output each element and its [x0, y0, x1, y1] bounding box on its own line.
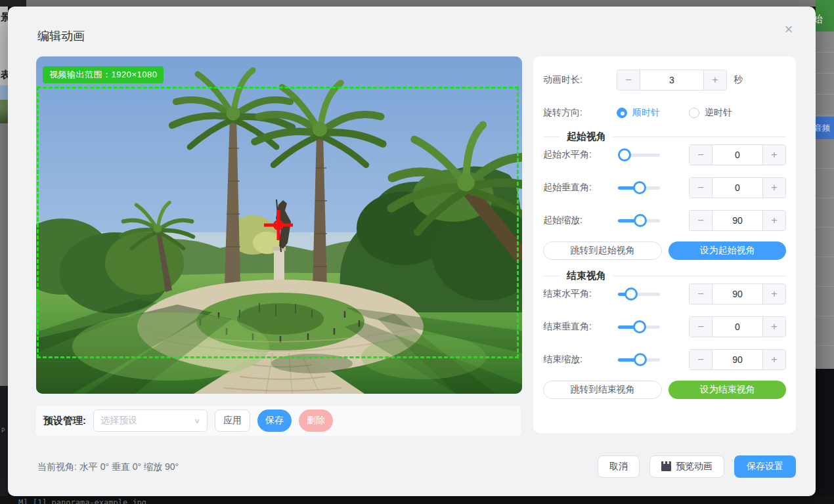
background-left-panel	[0, 123, 8, 386]
radio-clockwise-label: 顺时针	[632, 107, 660, 119]
delete-preset-button[interactable]: 删除	[299, 410, 333, 432]
edit-animation-dialog: 编辑动画 ×	[8, 7, 816, 496]
end-zoom-stepper: − 90 +	[689, 349, 786, 370]
jump-to-end-view-button[interactable]: 跳转到结束视角	[543, 381, 662, 399]
screen: 景 表 P 始 音频 M] [1] panorama-example.jpg 编…	[0, 0, 834, 504]
start-horizontal-value[interactable]: 0	[713, 145, 762, 165]
start-vertical-slider[interactable]	[618, 181, 660, 194]
background-audio-fragment: 音频	[816, 117, 834, 139]
start-zoom-stepper: − 90 +	[689, 210, 786, 231]
end-zoom-slider[interactable]	[618, 353, 660, 366]
radio-clockwise[interactable]: 顺时针	[617, 107, 660, 119]
start-zoom-label: 起始缩放:	[543, 215, 617, 226]
background-left-labels: 景 表	[0, 7, 8, 85]
radio-unselected-icon	[689, 108, 699, 118]
start-horizontal-slider[interactable]	[618, 148, 660, 161]
decrease-button[interactable]: −	[690, 178, 713, 198]
current-view-status: 当前视角: 水平 0° 垂直 0° 缩放 90°	[37, 461, 179, 473]
slider-thumb[interactable]	[634, 214, 647, 227]
animation-settings-panel: 动画时长: − 3 + 秒 旋转方向: 顺时针 逆时针	[533, 56, 796, 433]
decrease-button[interactable]: −	[690, 350, 713, 369]
save-preset-button[interactable]: 保存	[257, 410, 292, 432]
background-dark-area	[816, 369, 834, 496]
background-top-strip	[0, 0, 834, 7]
start-zoom-value[interactable]: 90	[713, 211, 762, 230]
rotation-label: 旋转方向:	[543, 107, 617, 119]
end-vertical-label: 结束垂直角:	[543, 321, 617, 333]
preview-animation-button[interactable]: 预览动画	[649, 455, 724, 478]
background-right-strip: 始 音频	[816, 7, 834, 496]
duration-value[interactable]: 3	[640, 70, 703, 90]
jump-to-start-view-button[interactable]: 跳转到起始视角	[543, 242, 662, 260]
video-output-range-badge: 视频输出范围：1920×1080	[43, 66, 164, 83]
duration-unit: 秒	[734, 74, 743, 86]
increase-button[interactable]: +	[762, 211, 785, 230]
duration-label: 动画时长:	[543, 74, 617, 86]
end-vertical-stepper: − 0 +	[689, 316, 786, 337]
background-table-rows	[816, 139, 834, 369]
background-table-rows	[816, 32, 834, 117]
slider-thumb[interactable]	[618, 148, 631, 161]
start-horizontal-stepper: − 0 +	[689, 144, 786, 165]
apply-preset-button[interactable]: 应用	[215, 410, 250, 432]
preset-select[interactable]: 选择预设 ∨	[93, 410, 208, 432]
decrease-button[interactable]: −	[690, 145, 713, 165]
radio-selected-icon	[617, 108, 627, 118]
increase-button[interactable]: +	[762, 145, 785, 165]
end-horizontal-label: 结束水平角:	[543, 288, 617, 300]
decrease-button[interactable]: −	[690, 284, 713, 304]
set-end-view-button[interactable]: 设为结束视角	[669, 381, 786, 399]
increase-button[interactable]: +	[762, 284, 785, 304]
cancel-button[interactable]: 取消	[598, 455, 640, 478]
start-vertical-label: 起始垂直角:	[543, 182, 617, 194]
slider-thumb[interactable]	[625, 287, 638, 301]
panorama-scene	[36, 56, 522, 394]
slider-thumb[interactable]	[634, 353, 647, 366]
radio-counterclockwise-label: 逆时针	[705, 107, 732, 119]
end-horizontal-slider[interactable]	[618, 287, 660, 301]
slider-thumb[interactable]	[633, 181, 646, 194]
end-horizontal-value[interactable]: 90	[713, 284, 762, 304]
start-view-title: 起始视角	[567, 131, 606, 143]
preset-select-placeholder: 选择预设	[100, 415, 194, 427]
duration-decrease-button[interactable]: −	[617, 70, 640, 90]
background-text-fragment: 景	[1, 12, 8, 22]
background-thumbnail	[0, 85, 8, 123]
start-vertical-value[interactable]: 0	[713, 178, 762, 198]
end-view-title: 结束视角	[567, 270, 606, 282]
duration-stepper: − 3 +	[617, 70, 727, 91]
preset-manager-label: 预设管理:	[43, 415, 86, 427]
background-text-fragment: 表	[1, 70, 8, 79]
close-icon[interactable]: ×	[780, 21, 797, 38]
background-terminal-strip: M] [1] panorama-example.jpg	[0, 496, 834, 504]
radio-counterclockwise[interactable]: 逆时针	[689, 107, 732, 119]
set-start-view-button[interactable]: 设为起始视角	[669, 242, 786, 260]
end-zoom-value[interactable]: 90	[713, 350, 762, 369]
slider-thumb[interactable]	[633, 320, 646, 333]
increase-button[interactable]: +	[762, 178, 785, 198]
start-zoom-slider[interactable]	[618, 214, 660, 227]
increase-button[interactable]: +	[762, 350, 785, 369]
dialog-title: 编辑动画	[37, 28, 85, 44]
start-horizontal-label: 起始水平角:	[543, 149, 617, 161]
footer-actions: 取消 预览动画 保存设置	[598, 455, 796, 478]
background-start-button-fragment: 始	[816, 7, 834, 32]
rotation-radio-group: 顺时针 逆时针	[617, 107, 732, 119]
duration-increase-button[interactable]: +	[703, 70, 726, 90]
increase-button[interactable]: +	[762, 317, 785, 337]
decrease-button[interactable]: −	[690, 211, 713, 230]
chevron-down-icon: ∨	[194, 417, 200, 425]
end-vertical-value[interactable]: 0	[713, 317, 762, 337]
panorama-preview[interactable]: 视频输出范围：1920×1080	[36, 56, 522, 394]
preset-manager-bar: 预设管理: 选择预设 ∨ 应用 保存 删除	[35, 405, 522, 436]
end-vertical-slider[interactable]	[618, 320, 660, 333]
background-left-strip: 景 表 P	[0, 7, 8, 496]
preview-animation-label: 预览动画	[676, 461, 713, 472]
terminal-text: M] [1] panorama-example.jpg	[18, 498, 146, 504]
start-vertical-stepper: − 0 +	[689, 177, 786, 198]
clapperboard-icon	[661, 464, 671, 471]
end-horizontal-stepper: − 90 +	[689, 284, 786, 304]
save-settings-button[interactable]: 保存设置	[734, 455, 796, 478]
end-zoom-label: 结束缩放:	[543, 354, 617, 366]
decrease-button[interactable]: −	[690, 317, 713, 337]
